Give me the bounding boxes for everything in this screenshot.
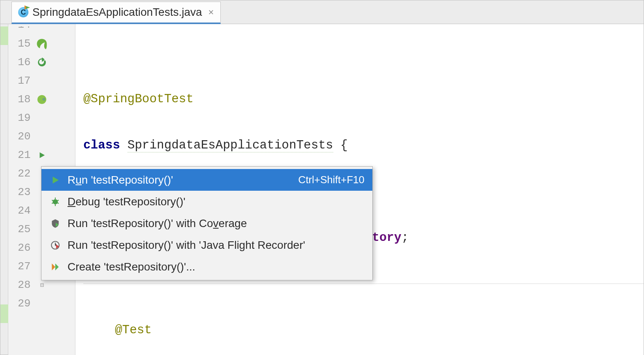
annotation: @Test xyxy=(115,323,152,337)
line-number: 24 xyxy=(18,205,30,217)
menu-jfr[interactable]: Run 'testRepository()' with 'Java Flight… xyxy=(41,234,372,256)
keyword: class xyxy=(83,138,120,152)
tab-bar: C SpringdataEsApplicationTests.java × xyxy=(0,0,644,24)
line-number: 27 xyxy=(18,261,30,272)
menu-label: Create 'testRepository()'... xyxy=(68,261,364,273)
autowired-bean-icon[interactable] xyxy=(36,94,48,105)
line-number: 15 xyxy=(18,38,30,50)
menu-label: Run 'testRepository()' with Coverage xyxy=(68,217,364,230)
line-number: 14 xyxy=(18,26,30,31)
spring-leaf-icon[interactable] xyxy=(36,38,48,50)
line-number: 29 xyxy=(18,298,30,310)
line-number: 23 xyxy=(18,186,30,198)
menu-label: Run 'testRepository()' with 'Java Flight… xyxy=(68,239,364,252)
fold-end-icon[interactable]: ⊟ xyxy=(36,279,48,291)
create-config-icon xyxy=(49,261,61,273)
line-number: 21 xyxy=(18,149,30,161)
menu-create[interactable]: Create 'testRepository()'... xyxy=(41,256,372,278)
menu-debug[interactable]: Debug 'testRepository()' xyxy=(41,191,372,212)
jfr-icon xyxy=(49,239,61,251)
run-class-icon[interactable] xyxy=(36,56,48,68)
menu-label: Run 'testRepository()' xyxy=(68,174,292,186)
class-file-icon: C xyxy=(18,7,28,17)
editor-tab[interactable]: C SpringdataEsApplicationTests.java × xyxy=(11,2,221,24)
line-number: 17 xyxy=(18,75,30,87)
line-number: 28 xyxy=(18,279,30,291)
context-menu: Run 'testRepository()' Ctrl+Shift+F10 De… xyxy=(41,166,373,280)
line-number: 20 xyxy=(18,131,30,143)
line-number: 16 xyxy=(18,56,30,68)
line-number: 19 xyxy=(18,112,30,124)
coverage-icon xyxy=(49,218,61,229)
line-number: 25 xyxy=(18,224,30,235)
debug-icon xyxy=(49,196,61,208)
class-name: SpringdataEsApplicationTests xyxy=(128,138,333,152)
menu-run[interactable]: Run 'testRepository()' Ctrl+Shift+F10 xyxy=(41,169,372,191)
left-margin xyxy=(0,24,8,355)
menu-coverage[interactable]: Run 'testRepository()' with Coverage xyxy=(41,212,372,234)
svg-point-0 xyxy=(53,199,58,204)
menu-shortcut: Ctrl+Shift+F10 xyxy=(298,174,364,186)
run-test-icon[interactable] xyxy=(36,149,48,161)
tab-filename: SpringdataEsApplicationTests.java xyxy=(32,6,202,19)
menu-label: Debug 'testRepository()' xyxy=(68,195,364,208)
line-number: 18 xyxy=(18,94,30,105)
run-icon xyxy=(49,174,61,186)
line-number: 22 xyxy=(18,168,30,180)
close-tab-icon[interactable]: × xyxy=(208,7,214,18)
line-number: 26 xyxy=(18,242,30,254)
annotation: @SpringBootTest xyxy=(83,92,193,106)
